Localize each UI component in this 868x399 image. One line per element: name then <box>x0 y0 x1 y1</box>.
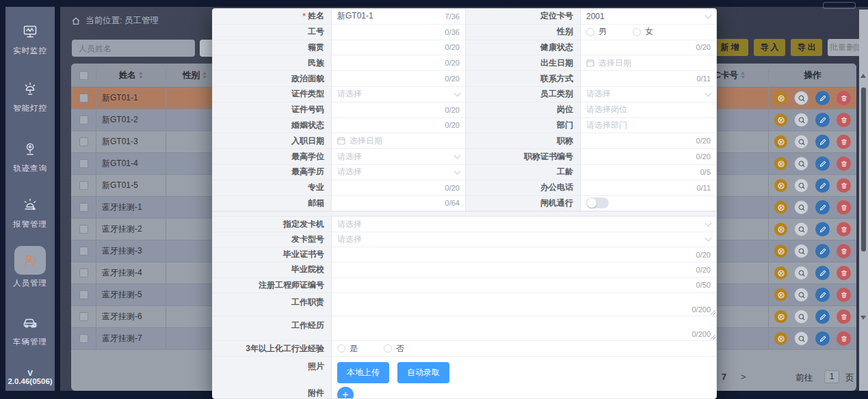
select-all-checkbox[interactable] <box>79 71 88 80</box>
edit-button[interactable] <box>815 222 830 236</box>
edit-button[interactable] <box>815 288 830 302</box>
row-checkbox[interactable] <box>79 115 88 124</box>
row-checkbox[interactable] <box>79 225 88 234</box>
field-card-model[interactable]: 请选择 <box>332 232 716 247</box>
block-card-button[interactable] <box>774 92 787 105</box>
scrollbar-thumb[interactable] <box>861 87 866 251</box>
field-ethnicity[interactable]: 0/20 <box>332 55 465 71</box>
next-page-button[interactable]: > <box>741 372 746 382</box>
edit-button[interactable] <box>815 266 830 280</box>
field-card-issuer[interactable]: 请选择 <box>332 217 716 232</box>
field-department[interactable]: 请选择部门 <box>581 118 716 134</box>
block-card-button[interactable] <box>774 332 787 345</box>
delete-button[interactable] <box>837 222 851 236</box>
block-card-button[interactable] <box>774 245 787 258</box>
row-checkbox[interactable] <box>79 159 88 168</box>
field-attachment[interactable]: + <box>332 383 716 399</box>
field-name[interactable]: 新GT01-17/36 <box>332 9 465 25</box>
field-office-phone[interactable]: 0/11 <box>581 180 716 196</box>
sidebar-item-vehicle-management[interactable]: 车辆管理 <box>5 314 55 347</box>
block-card-button[interactable] <box>774 310 787 323</box>
field-position-card[interactable]: 2001 <box>581 9 716 25</box>
block-card-button[interactable] <box>774 266 787 279</box>
field-title-cert-no[interactable]: 0/20 <box>581 149 716 165</box>
field-major[interactable]: 0/20 <box>332 180 465 196</box>
view-button[interactable] <box>794 288 808 302</box>
row-checkbox[interactable] <box>79 94 88 102</box>
field-contact[interactable]: 0/11 <box>581 71 716 87</box>
block-card-button[interactable] <box>774 179 787 192</box>
auto-capture-button[interactable]: 自动录取 <box>397 362 449 383</box>
sidebar-item-track-query[interactable]: 轨迹查询 <box>5 141 55 174</box>
field-marital-status[interactable]: 0/20 <box>332 118 465 134</box>
field-birth-date[interactable]: 选择日期 <box>581 55 716 71</box>
edit-button[interactable] <box>815 331 830 346</box>
edit-button[interactable] <box>815 244 830 258</box>
field-work-experience[interactable]: 0/200 <box>332 316 716 341</box>
sidebar-item-realtime-monitor[interactable]: 实时监控 <box>5 23 55 56</box>
block-card-button[interactable] <box>774 135 787 148</box>
radio-option[interactable]: 男 <box>586 26 607 38</box>
field-native-place[interactable]: 0/20 <box>332 40 465 56</box>
gate-access-toggle[interactable] <box>586 197 609 208</box>
field-health-status[interactable]: 0/20 <box>581 40 716 56</box>
delete-button[interactable] <box>837 200 851 215</box>
block-card-button[interactable] <box>774 201 787 214</box>
view-button[interactable] <box>794 309 808 324</box>
view-button[interactable] <box>794 91 808 105</box>
row-checkbox[interactable] <box>79 334 88 343</box>
sort-caret-icon[interactable] <box>139 72 143 79</box>
field-photo[interactable]: 本地上传自动录取 <box>332 357 716 384</box>
sidebar-item-smart-light[interactable]: 智能灯控 <box>5 81 55 113</box>
sidebar-item-alarm-management[interactable]: 报警管理 <box>5 197 55 230</box>
sort-caret-icon[interactable] <box>202 72 207 79</box>
field-employee-category[interactable]: 请选择 <box>581 87 716 102</box>
field-highest-education[interactable]: 请选择 <box>332 165 465 180</box>
row-checkbox[interactable] <box>79 312 88 321</box>
field-id-type[interactable]: 请选择 <box>332 87 465 102</box>
scroll-down-arrow[interactable] <box>860 316 866 320</box>
field-id-number[interactable]: 0/20 <box>332 102 465 118</box>
delete-button[interactable] <box>837 113 851 127</box>
field-gender[interactable]: 男女 <box>581 25 716 40</box>
row-checkbox[interactable] <box>79 247 88 256</box>
block-card-button[interactable] <box>774 113 787 126</box>
block-card-button[interactable] <box>774 288 787 301</box>
page-number-last[interactable]: 7 <box>722 372 726 382</box>
delete-button[interactable] <box>837 91 851 105</box>
view-button[interactable] <box>794 178 808 193</box>
field-job-duty[interactable]: 0/200 <box>332 293 716 317</box>
goto-page-input[interactable]: 1 <box>824 370 839 383</box>
row-checkbox[interactable] <box>79 181 88 190</box>
row-checkbox[interactable] <box>79 290 88 299</box>
add-button[interactable]: 新增 <box>711 39 748 56</box>
radio-option[interactable]: 是 <box>337 343 358 355</box>
delete-button[interactable] <box>837 288 851 302</box>
view-button[interactable] <box>794 200 808 215</box>
delete-button[interactable] <box>837 178 851 193</box>
view-button[interactable] <box>794 156 808 171</box>
view-button[interactable] <box>794 331 808 346</box>
view-button[interactable] <box>794 113 808 127</box>
view-button[interactable] <box>794 244 808 258</box>
textarea-resize-handle[interactable] <box>710 309 715 315</box>
field-engineer-cert-no[interactable]: 0/50 <box>332 278 716 293</box>
import-button[interactable]: 导入 <box>754 39 785 56</box>
field-chem-experience[interactable]: 是否 <box>332 341 716 357</box>
delete-button[interactable] <box>837 156 851 171</box>
row-checkbox[interactable] <box>79 137 88 146</box>
add-attachment-button[interactable]: + <box>337 387 354 399</box>
field-graduate-school[interactable]: 0/20 <box>332 262 716 277</box>
field-diploma-no[interactable]: 0/20 <box>332 247 716 262</box>
field-gate-access[interactable] <box>581 196 716 212</box>
view-button[interactable] <box>794 135 808 149</box>
radio-option[interactable]: 否 <box>384 343 404 355</box>
view-button[interactable] <box>794 266 808 280</box>
delete-button[interactable] <box>837 309 851 324</box>
field-highest-degree[interactable]: 请选择 <box>332 149 465 165</box>
field-service-years[interactable]: 0/5 <box>581 165 716 180</box>
export-button[interactable]: 导出 <box>791 39 822 56</box>
field-post[interactable]: 请选择岗位 <box>581 102 716 118</box>
radio-option[interactable]: 女 <box>633 26 653 38</box>
sidebar-item-personnel-management[interactable]: 人员管理 <box>5 246 55 288</box>
